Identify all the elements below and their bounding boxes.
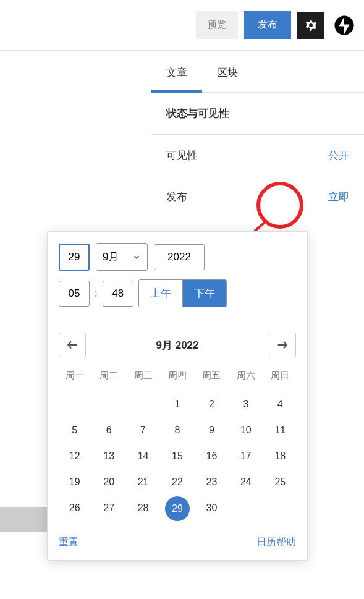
calendar-day[interactable]: 17	[230, 444, 261, 468]
publish-label: 发布	[166, 190, 187, 204]
calendar-day[interactable]: 16	[196, 444, 227, 468]
row-visibility: 可见性 公开	[151, 135, 364, 176]
pm-button[interactable]: 下午	[183, 280, 226, 307]
calendar-day[interactable]: 11	[265, 418, 296, 442]
calendar-day[interactable]: 22	[161, 470, 193, 494]
arrow-right-icon	[276, 340, 289, 350]
calendar-day[interactable]: 1	[161, 393, 193, 416]
calendar-empty-cell	[127, 393, 159, 416]
calendar-day[interactable]: 29	[165, 496, 190, 521]
calendar-day[interactable]: 14	[127, 444, 159, 468]
prev-month-button[interactable]	[59, 333, 86, 357]
calendar-day[interactable]: 6	[93, 418, 124, 442]
datepicker-popup: 9月 : 上午 下午 9月 2022 周一周二周三周四周五周六周日1234567…	[47, 231, 308, 561]
gear-icon	[303, 18, 318, 33]
calendar-empty-cell	[93, 393, 124, 416]
calendar-day[interactable]: 28	[127, 496, 159, 521]
panel-status-visibility[interactable]: 状态与可见性	[151, 93, 364, 135]
calendar-dow: 周四	[161, 365, 193, 390]
calendar-day[interactable]: 2	[196, 393, 227, 416]
next-month-button[interactable]	[269, 333, 296, 357]
calendar-day[interactable]: 30	[196, 496, 227, 521]
row-publish: 发布 立即	[151, 176, 364, 218]
calendar-day[interactable]: 5	[59, 418, 90, 442]
calendar-day[interactable]: 24	[230, 470, 261, 494]
publish-button[interactable]: 发布	[244, 11, 291, 39]
hour-input[interactable]	[59, 281, 90, 307]
background-strip	[0, 507, 47, 532]
jetpack-button[interactable]	[331, 12, 358, 39]
calendar-day[interactable]: 9	[196, 418, 227, 442]
visibility-value[interactable]: 公开	[328, 148, 349, 163]
panel-title: 状态与可见性	[166, 106, 349, 121]
calendar-day[interactable]: 8	[161, 418, 193, 442]
calendar-header: 9月 2022	[59, 333, 296, 357]
visibility-label: 可见性	[166, 148, 198, 163]
calendar-day[interactable]: 21	[127, 470, 159, 494]
calendar-title: 9月 2022	[156, 338, 199, 352]
calendar-day[interactable]: 26	[59, 496, 90, 521]
date-inputs-row: 9月	[59, 243, 296, 271]
calendar-dow: 周日	[265, 365, 296, 390]
month-select[interactable]: 9月	[96, 243, 148, 271]
preview-button[interactable]: 预览	[196, 11, 238, 39]
calendar-day[interactable]: 7	[127, 418, 159, 442]
calendar-day[interactable]: 13	[93, 444, 124, 468]
settings-sidebar: 文章 区块 状态与可见性 可见性 公开 发布 立即	[151, 53, 364, 218]
calendar-dow: 周五	[196, 365, 227, 390]
arrow-left-icon	[66, 340, 79, 350]
top-toolbar: 预览 发布	[0, 0, 364, 51]
month-value: 9月	[103, 250, 119, 264]
calendar-dow: 周三	[127, 365, 159, 390]
calendar-day[interactable]: 25	[265, 470, 296, 494]
calendar-grid: 周一周二周三周四周五周六周日12345678910111213141516171…	[59, 365, 296, 521]
calendar-empty-cell	[59, 393, 90, 416]
sidebar-tabs: 文章 区块	[151, 53, 364, 93]
calendar-day[interactable]: 12	[59, 444, 90, 468]
calendar-day[interactable]: 15	[161, 444, 193, 468]
calendar-dow: 周六	[230, 365, 261, 390]
calendar-day[interactable]: 20	[93, 470, 124, 494]
calendar-dow: 周一	[59, 365, 90, 390]
day-input[interactable]	[59, 244, 90, 271]
datepicker-footer: 重置 日历帮助	[59, 521, 296, 549]
calendar-day[interactable]: 27	[93, 496, 124, 521]
time-inputs-row: : 上午 下午	[59, 279, 296, 321]
settings-button[interactable]	[297, 12, 324, 39]
chevron-down-icon	[132, 253, 141, 261]
calendar-dow: 周二	[93, 365, 124, 390]
year-input[interactable]	[154, 244, 205, 270]
time-colon: :	[95, 287, 98, 300]
calendar-day[interactable]: 3	[230, 393, 261, 416]
calendar-day[interactable]: 10	[230, 418, 261, 442]
calendar-day[interactable]: 23	[196, 470, 227, 494]
am-button[interactable]: 上午	[139, 280, 183, 307]
ampm-toggle: 上午 下午	[138, 279, 227, 307]
reset-link[interactable]: 重置	[59, 536, 78, 549]
calendar-help-link[interactable]: 日历帮助	[256, 536, 296, 549]
publish-value[interactable]: 立即	[328, 190, 349, 204]
tab-post[interactable]: 文章	[151, 53, 202, 92]
calendar-day[interactable]: 19	[59, 470, 90, 494]
tab-block[interactable]: 区块	[202, 53, 253, 92]
calendar-day[interactable]: 4	[265, 393, 296, 416]
lightning-circle-icon	[334, 15, 355, 36]
minute-input[interactable]	[103, 281, 133, 307]
calendar-day[interactable]: 18	[265, 444, 296, 468]
